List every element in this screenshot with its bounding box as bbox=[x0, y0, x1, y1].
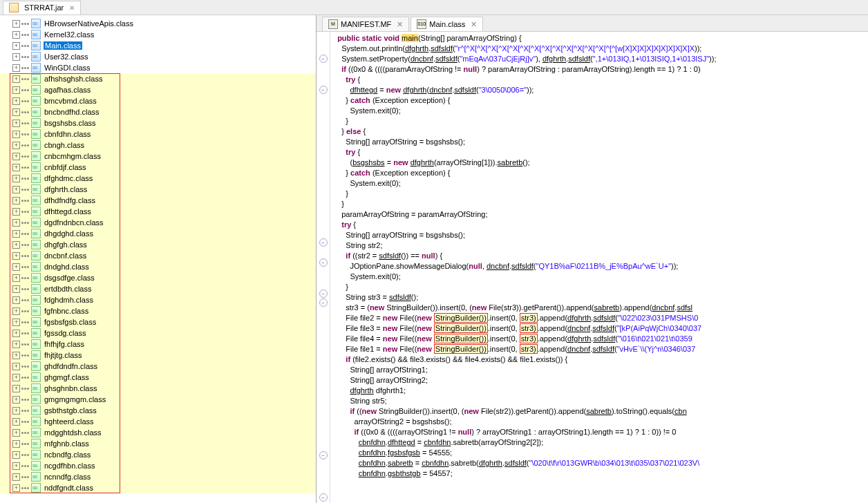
package-explorer[interactable]: +HBrowserNativeApis.class+Kernel32.class… bbox=[0, 15, 317, 503]
expand-icon[interactable]: + bbox=[12, 186, 20, 193]
tree-item[interactable]: +dndghd.class bbox=[0, 261, 316, 272]
expand-icon[interactable]: + bbox=[12, 97, 20, 105]
tree-item[interactable]: +bmcvbmd.class bbox=[0, 95, 316, 106]
tree-item[interactable]: +ncnndfg.class bbox=[0, 471, 316, 482]
tree-item[interactable]: +fdghdmh.class bbox=[0, 294, 316, 305]
fold-toggle[interactable]: − bbox=[319, 86, 328, 94]
close-icon[interactable]: ✕ bbox=[471, 20, 477, 29]
tree-item[interactable]: +ncbndfg.class bbox=[0, 449, 316, 460]
expand-icon[interactable]: + bbox=[12, 385, 20, 392]
tree-item[interactable]: +dncbnf.class bbox=[0, 250, 316, 261]
tree-item[interactable]: +agafhas.class bbox=[0, 84, 316, 95]
expand-icon[interactable]: + bbox=[12, 252, 20, 260]
tree-item[interactable]: +cnbcmhgm.class bbox=[0, 151, 316, 162]
fold-toggle[interactable]: − bbox=[319, 238, 328, 247]
tree-item[interactable]: +ertdbdth.class bbox=[0, 283, 316, 294]
close-icon[interactable]: ✕ bbox=[397, 20, 403, 29]
expand-icon[interactable]: + bbox=[12, 407, 20, 415]
tree-item[interactable]: +dhgdghd.class bbox=[0, 228, 316, 239]
close-icon[interactable]: ✕ bbox=[69, 4, 75, 12]
expand-icon[interactable]: + bbox=[12, 86, 20, 94]
tree-item[interactable]: +ghdfdndfn.class bbox=[0, 361, 316, 372]
expand-icon[interactable]: + bbox=[12, 296, 20, 304]
tree-item[interactable]: +dhgfgh.class bbox=[0, 239, 316, 250]
tree-item[interactable]: +mdgghtdsh.class bbox=[0, 427, 316, 438]
tree-item[interactable]: +fhjtjtg.class bbox=[0, 350, 316, 361]
tree-item[interactable]: +cbngh.class bbox=[0, 140, 316, 151]
tree-item[interactable]: +gmgmgmgm.class bbox=[0, 394, 316, 405]
expand-icon[interactable]: + bbox=[12, 451, 20, 459]
expand-icon[interactable]: + bbox=[12, 197, 20, 205]
expand-icon[interactable]: + bbox=[12, 473, 20, 481]
tree-item[interactable]: +dfhdfndfg.class bbox=[0, 195, 316, 206]
tree-item[interactable]: +ghgmgf.class bbox=[0, 372, 316, 383]
tree-item[interactable]: +fgfnbnc.class bbox=[0, 305, 316, 316]
tree-item[interactable]: +ghsghnbn.class bbox=[0, 383, 316, 394]
tree-item[interactable]: +WinGDI.class bbox=[0, 62, 316, 73]
expand-icon[interactable]: + bbox=[12, 319, 20, 326]
expand-icon[interactable]: + bbox=[12, 31, 20, 39]
expand-icon[interactable]: + bbox=[12, 462, 20, 470]
tree-item[interactable]: +mfghnb.class bbox=[0, 438, 316, 449]
tree-item[interactable]: +Kernel32.class bbox=[0, 29, 316, 40]
expand-icon[interactable]: + bbox=[12, 418, 20, 426]
tree-item[interactable]: +fhfhjfg.class bbox=[0, 339, 316, 350]
tree-item[interactable]: +cbnfdhn.class bbox=[0, 129, 316, 140]
expand-icon[interactable]: + bbox=[12, 396, 20, 404]
tree-item[interactable]: +bncbndfhd.class bbox=[0, 106, 316, 117]
tree-item[interactable]: +fgssdg.class bbox=[0, 328, 316, 339]
tree-item[interactable]: +dgdfndnbcn.class bbox=[0, 217, 316, 228]
expand-icon[interactable]: + bbox=[12, 219, 20, 227]
expand-icon[interactable]: + bbox=[12, 484, 20, 492]
expand-icon[interactable]: + bbox=[12, 153, 20, 160]
expand-icon[interactable]: + bbox=[12, 20, 20, 28]
expand-icon[interactable]: + bbox=[12, 307, 20, 315]
expand-icon[interactable]: + bbox=[12, 208, 20, 216]
fold-toggle[interactable]: − bbox=[319, 451, 328, 459]
tree-item[interactable]: +dfghdmc.class bbox=[0, 173, 316, 184]
expand-icon[interactable]: + bbox=[12, 352, 20, 359]
fold-toggle[interactable]: − bbox=[319, 290, 328, 298]
expand-icon[interactable]: + bbox=[12, 330, 20, 337]
tree-item[interactable]: +dsgsdfge.class bbox=[0, 272, 316, 283]
tree-item[interactable]: +Main.class bbox=[0, 40, 316, 51]
expand-icon[interactable]: + bbox=[12, 274, 20, 282]
tree-item[interactable]: +ncgdfhbn.class bbox=[0, 460, 316, 471]
tree-item[interactable]: +fgsbsfgsb.class bbox=[0, 316, 316, 328]
expand-icon[interactable]: + bbox=[12, 164, 20, 171]
tree-item[interactable]: +dfghrth.class bbox=[0, 184, 316, 195]
editor-tab[interactable]: 010Main.class✕ bbox=[411, 17, 483, 31]
tree-item[interactable]: +bsgshsbs.class bbox=[0, 117, 316, 129]
tree-item[interactable]: +hghteerd.class bbox=[0, 416, 316, 427]
tree-item[interactable]: +dfhttegd.class bbox=[0, 206, 316, 217]
expand-icon[interactable]: + bbox=[12, 230, 20, 238]
expand-icon[interactable]: + bbox=[12, 53, 20, 61]
expand-icon[interactable]: + bbox=[12, 175, 20, 182]
tree-item[interactable]: +User32.class bbox=[0, 51, 316, 62]
expand-icon[interactable]: + bbox=[12, 241, 20, 249]
expand-icon[interactable]: + bbox=[12, 131, 20, 138]
expand-icon[interactable]: + bbox=[12, 374, 20, 381]
expand-icon[interactable]: + bbox=[12, 64, 20, 72]
expand-icon[interactable]: + bbox=[12, 142, 20, 149]
code-area[interactable]: −−−−−−−− public static void main(String[… bbox=[317, 32, 868, 503]
fold-gutter[interactable]: −−−−−−−− bbox=[317, 32, 330, 503]
expand-icon[interactable]: + bbox=[12, 108, 20, 116]
tree-item[interactable]: +cnbfdjf.class bbox=[0, 162, 316, 173]
expand-icon[interactable]: + bbox=[12, 75, 20, 83]
expand-icon[interactable]: + bbox=[12, 363, 20, 370]
expand-icon[interactable]: + bbox=[12, 42, 20, 50]
fold-toggle[interactable]: − bbox=[319, 258, 328, 267]
expand-icon[interactable]: + bbox=[12, 440, 20, 448]
tree-item[interactable]: +afhshsghsh.class bbox=[0, 73, 316, 84]
expand-icon[interactable]: + bbox=[12, 263, 20, 271]
expand-icon[interactable]: + bbox=[12, 341, 20, 348]
tree-item[interactable]: +nddfgndt.class bbox=[0, 482, 316, 493]
jar-tab[interactable]: STRRAT.jar ✕ bbox=[3, 1, 81, 15]
expand-icon[interactable]: + bbox=[12, 120, 20, 127]
editor-tab[interactable]: MMANIFEST.MF✕ bbox=[322, 17, 409, 31]
fold-toggle[interactable]: − bbox=[319, 298, 328, 307]
tree-item[interactable]: +gsbthstgb.class bbox=[0, 405, 316, 416]
expand-icon[interactable]: + bbox=[12, 429, 20, 437]
fold-toggle[interactable]: − bbox=[319, 55, 328, 63]
